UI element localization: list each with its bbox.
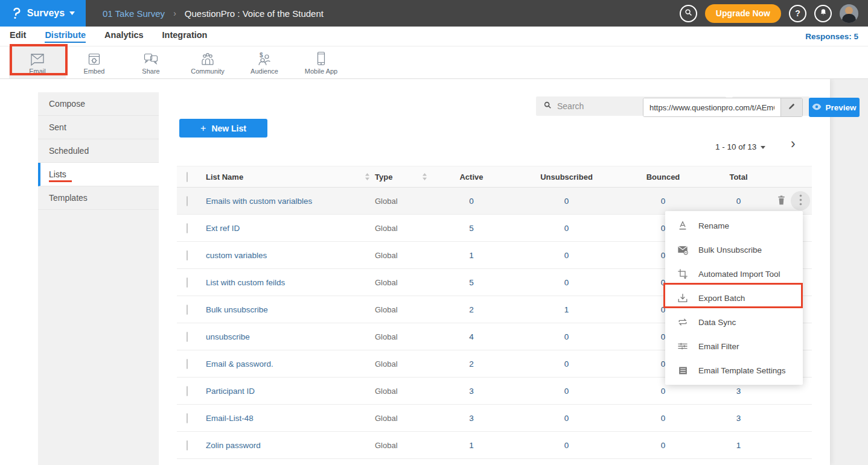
sort-icon[interactable] — [422, 173, 427, 180]
list-name-link[interactable]: Emails with custom varialbles — [206, 197, 312, 206]
col-header-list-name[interactable]: List Name — [206, 172, 243, 182]
active-count[interactable]: 3 — [432, 387, 511, 396]
row-checkbox[interactable] — [187, 386, 188, 396]
list-name-link[interactable]: custom variables — [206, 251, 267, 260]
bounced-count[interactable]: 0 — [622, 414, 704, 423]
unsubscribed-count[interactable]: 0 — [511, 224, 622, 233]
menu-item-automated-import-tool[interactable]: Automated Import Tool — [665, 262, 803, 286]
bounced-count[interactable]: 0 — [622, 197, 704, 206]
channel-list: EmailEmbedShareCommunity$AudienceMobile … — [9, 46, 349, 78]
menu-item-export-batch[interactable]: Export Batch — [665, 286, 803, 310]
list-name-link[interactable]: Email & password. — [206, 359, 273, 369]
new-list-button[interactable]: + New List — [179, 119, 267, 138]
email-icon — [30, 51, 45, 66]
breadcrumb-survey-link[interactable]: 01 Take Survey — [103, 8, 165, 19]
channel-audience[interactable]: $Audience — [236, 46, 293, 78]
menu-item-email-template-settings[interactable]: Email Template Settings — [665, 358, 803, 382]
help-button[interactable]: ? — [789, 5, 806, 22]
channel-mobile-app[interactable]: Mobile App — [293, 46, 349, 78]
unsubscribed-count[interactable]: 0 — [511, 414, 622, 423]
unsubscribed-count[interactable]: 0 — [511, 387, 622, 396]
tab-distribute[interactable]: Distribute — [45, 30, 86, 43]
unsubscribed-count[interactable]: 1 — [511, 305, 622, 314]
product-switcher[interactable]: Surveys — [0, 0, 86, 27]
active-count[interactable]: 4 — [432, 332, 511, 341]
row-context-menu: RenameBulk UnsubscribeAutomated Import T… — [665, 211, 803, 385]
list-type: Global — [375, 414, 432, 423]
active-count[interactable]: 5 — [432, 224, 511, 233]
total-count[interactable]: 3 — [704, 414, 773, 423]
channel-share[interactable]: Share — [123, 46, 179, 78]
unsubscribed-count[interactable]: 0 — [511, 441, 622, 450]
sidebar-item-compose[interactable]: Compose — [38, 92, 159, 116]
menu-item-data-sync[interactable]: Data Sync — [665, 310, 803, 334]
unsubscribed-count[interactable]: 0 — [511, 278, 622, 287]
menu-item-email-filter[interactable]: Email Filter — [665, 334, 803, 358]
total-count[interactable]: 3 — [704, 387, 773, 396]
active-count[interactable]: 1 — [432, 441, 511, 450]
channel-embed[interactable]: Embed — [66, 46, 123, 78]
bounced-count[interactable]: 0 — [622, 387, 704, 396]
row-checkbox[interactable] — [187, 223, 188, 233]
active-count[interactable]: 1 — [432, 251, 511, 260]
unsubscribed-count[interactable]: 0 — [511, 332, 622, 341]
list-name-link[interactable]: Zolin password — [206, 441, 261, 450]
pagination-range-dropdown[interactable]: 1 - 10 of 13 — [715, 142, 765, 151]
pagination-next-button[interactable]: › — [791, 137, 796, 151]
active-count[interactable]: 0 — [432, 197, 511, 206]
col-header-type[interactable]: Type — [375, 172, 392, 182]
sidebar-item-lists[interactable]: Lists — [38, 163, 159, 186]
total-count[interactable]: 0 — [704, 197, 773, 206]
list-name-link[interactable]: Bulk unsubscribe — [206, 305, 268, 314]
user-avatar[interactable] — [840, 4, 858, 23]
upgrade-now-button[interactable]: Upgrade Now — [705, 4, 781, 23]
list-name-link[interactable]: Ext ref ID — [206, 224, 240, 233]
tab-integration[interactable]: Integration — [162, 30, 208, 43]
community-icon — [200, 51, 215, 66]
sidebar-item-templates[interactable]: Templates — [38, 186, 159, 210]
select-all-checkbox[interactable] — [187, 172, 188, 182]
row-more-options-button[interactable] — [791, 191, 810, 210]
search-button[interactable] — [680, 5, 697, 22]
list-name-link[interactable]: List with custom feilds — [206, 278, 285, 287]
preview-button[interactable]: Preview — [809, 98, 860, 117]
sidebar-item-sent[interactable]: Sent — [38, 116, 159, 139]
responses-count[interactable]: Responses: 5 — [805, 32, 858, 41]
bell-icon — [819, 8, 828, 19]
active-count[interactable]: 2 — [432, 305, 511, 314]
tab-edit[interactable]: Edit — [10, 30, 26, 43]
sort-icon[interactable] — [365, 173, 370, 180]
total-count[interactable]: 1 — [704, 441, 773, 450]
list-name-link[interactable]: Email-List-48 — [206, 414, 254, 423]
active-count[interactable]: 3 — [432, 414, 511, 423]
row-checkbox[interactable] — [187, 359, 188, 369]
list-name-link[interactable]: Participant ID — [206, 387, 255, 396]
row-checkbox[interactable] — [187, 332, 188, 342]
menu-item-bulk-unsubscribe[interactable]: Bulk Unsubscribe — [665, 238, 803, 262]
col-header-active: Active — [432, 172, 511, 182]
delete-list-button[interactable] — [773, 193, 789, 209]
active-count[interactable]: 2 — [432, 359, 511, 369]
channel-community[interactable]: Community — [179, 46, 236, 78]
tab-analytics[interactable]: Analytics — [104, 30, 143, 43]
sidebar-item-scheduled[interactable]: Scheduled — [38, 139, 159, 163]
channel-email[interactable]: Email — [9, 46, 66, 78]
list-name-link[interactable]: unsubscribe — [206, 332, 250, 341]
unsubscribed-count[interactable]: 0 — [511, 251, 622, 260]
row-checkbox[interactable] — [187, 305, 188, 315]
bounced-count[interactable]: 0 — [622, 441, 704, 450]
menu-item-rename[interactable]: Rename — [665, 214, 803, 238]
unsubscribed-count[interactable]: 0 — [511, 197, 622, 206]
row-checkbox[interactable] — [187, 413, 188, 423]
row-checkbox[interactable] — [187, 277, 188, 288]
row-checkbox[interactable] — [187, 250, 188, 261]
notifications-button[interactable] — [814, 5, 832, 22]
row-checkbox[interactable] — [187, 196, 188, 206]
page-title: QuestionPro : Voice of the Student — [185, 8, 324, 19]
active-count[interactable]: 5 — [432, 278, 511, 287]
edit-url-button[interactable] — [780, 98, 802, 116]
row-checkbox[interactable] — [187, 440, 188, 451]
survey-url-input[interactable] — [643, 98, 780, 116]
unsubscribed-count[interactable]: 0 — [511, 359, 622, 369]
sidebar-item-label: Templates — [49, 193, 88, 203]
